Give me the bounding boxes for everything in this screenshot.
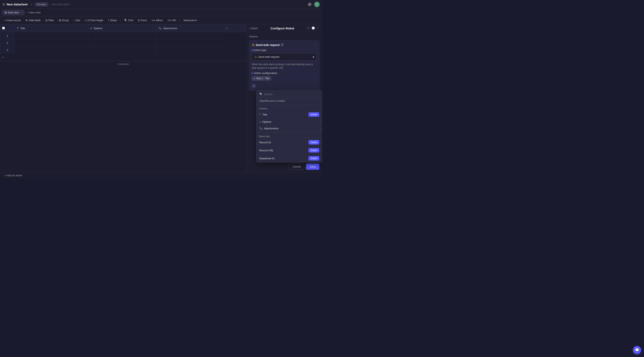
popup-separator-1 (256, 105, 322, 105)
grid-view-label: Grid view (8, 11, 18, 14)
checkbox-header[interactable] (0, 24, 15, 32)
action-card-header: ⚠ Send web request ⓘ ⋮ (252, 43, 317, 47)
record-url-insert-btn[interactable]: Insert (308, 148, 319, 152)
title-cell-2[interactable] (15, 39, 88, 46)
title-cell-3[interactable] (15, 46, 88, 54)
popup-options-label: Options (262, 120, 271, 123)
mirror-btn[interactable]: ⟺ Mirror (150, 18, 165, 22)
add-action-btn[interactable]: + Add an action (2, 173, 24, 178)
add-row-btn[interactable]: + (0, 54, 246, 61)
popup-item-title-right: Insert › (308, 112, 321, 117)
row-num-1: 1 (0, 32, 15, 39)
record-created-text: Step/Record is created (259, 99, 285, 102)
panel-title: Configure Robot (259, 26, 306, 30)
popup-item-record-url[interactable]: Record URL Insert › (256, 146, 322, 154)
manager-badge: Manager (35, 2, 48, 6)
options-column-header: ≡ Options (88, 24, 156, 32)
back-chevron-icon: ◁ (249, 27, 251, 30)
popup-item-options[interactable]: ≡ Options › (256, 118, 322, 125)
action-type-dropdown[interactable]: ⚠ Send web request ▾ (252, 53, 317, 60)
panel-header: ◁ Back Configure Robot ⓘ 🕐 ⋮ (246, 24, 322, 32)
api-btn[interactable]: </> API (166, 18, 178, 22)
popup-item-title[interactable]: T Title Insert › (256, 110, 322, 118)
popup-item-options-right: › (320, 120, 321, 123)
popup-attachments-label: Attachments (264, 127, 278, 130)
hide-fields-btn[interactable]: 👁 Hide fields (24, 18, 42, 22)
options-col-icon: ≡ (90, 27, 92, 30)
record-count[interactable]: 3 records▾ (118, 63, 129, 65)
find-btn[interactable]: 🔍 Find (122, 18, 135, 22)
star-icon[interactable]: ☆ (30, 3, 32, 6)
mirror-icon: ⟺ (152, 19, 156, 22)
action-type-value: Send web request (258, 55, 279, 58)
add-description-link[interactable]: Add a description (51, 3, 70, 6)
advanced-label: Advanced (184, 19, 195, 22)
sort-label: Sort (76, 19, 80, 22)
share-btn[interactable]: ⤴ Share (106, 18, 119, 22)
insert-icon: + (4, 19, 6, 22)
attachments-col-icon: 📎 (158, 27, 162, 30)
filter-btn[interactable]: ⊟ Filter (44, 18, 56, 22)
add-column-header[interactable]: + (224, 24, 246, 32)
globe-icon-btn[interactable] (307, 1, 312, 7)
popup-item-title-left: T Title (259, 113, 267, 116)
config-section: Action configuration (252, 72, 317, 74)
attachments-column-header: 📎 Attachments (156, 24, 224, 32)
options-cell-3[interactable] (88, 46, 156, 54)
options-col-label: Options (94, 27, 102, 30)
insert-record-btn[interactable]: + Insert record (2, 18, 22, 22)
card-more-icon[interactable]: ⋮ (314, 43, 317, 46)
insert-record-label: Insert record (6, 19, 20, 22)
datasheet-id-insert-btn[interactable]: Insert (308, 156, 319, 160)
form-btn[interactable]: ⊡ Form (136, 18, 149, 22)
find-icon: 🔍 (124, 19, 128, 22)
action-type-left: ⚠ Send web request (254, 55, 279, 59)
record-url-chevron-icon: › (320, 149, 321, 152)
attachments-cell-2[interactable] (156, 39, 224, 46)
grid-view-btn[interactable]: ⊞ Grid view ⋯ (2, 10, 24, 15)
datasheet-id-chevron-icon: › (320, 157, 321, 160)
cancel-btn[interactable]: Cancel (289, 163, 304, 170)
options-cell-2[interactable] (88, 39, 156, 46)
popup-item-datasheet-id[interactable]: Datasheet ID Insert › (256, 154, 322, 161)
popup-item-record-id[interactable]: Record ID Insert › (256, 138, 322, 146)
dropdown-chevron-icon: ▾ (313, 55, 314, 58)
add-action-label: + Add an action (4, 174, 22, 177)
popup-search-input[interactable] (264, 93, 321, 96)
popup-item-record-id-right: Insert › (308, 140, 321, 144)
more-options-icon[interactable]: ⋮ (316, 26, 319, 30)
advanced-btn[interactable]: Advanced ▾ (182, 18, 199, 22)
save-btn[interactable]: Save (306, 163, 319, 170)
title-insert-btn[interactable]: Insert (308, 112, 319, 117)
select-all-checkbox[interactable] (2, 27, 5, 29)
popup-item-attachments[interactable]: 📎 Attachments › (256, 125, 322, 132)
view-more-icon: ⋯ (20, 11, 22, 14)
history-icon[interactable]: 🕐 (312, 26, 315, 30)
warning-icon: ⚠ (252, 43, 254, 47)
attachments-cell-1[interactable] (156, 32, 224, 39)
step-record-created-item[interactable]: Step/Record is created (256, 98, 322, 104)
back-btn[interactable]: ◁ Back (249, 27, 258, 30)
user-icon-btn[interactable]: U (314, 1, 320, 7)
info-icon[interactable]: ⓘ (307, 26, 310, 30)
row-height-btn[interactable]: ≡ 12 Row height (83, 18, 105, 22)
group-btn[interactable]: ⊞ Group (57, 18, 71, 22)
new-view-btn[interactable]: + New view (26, 10, 42, 15)
row-height-label: 12 Row height (87, 19, 103, 22)
main-area: T Title ≡ Options 📎 Attachments + (0, 24, 322, 172)
title-field-icon: T (259, 113, 261, 116)
panel-header-icons: ⓘ 🕐 ⋮ (307, 26, 319, 30)
options-field-icon: ≡ (259, 120, 261, 123)
record-id-insert-btn[interactable]: Insert (308, 140, 319, 144)
options-cell-1[interactable] (88, 32, 156, 39)
action-card-title-text: Send web request (256, 43, 280, 46)
sort-btn[interactable]: ↕ Sort (72, 18, 82, 22)
title-cell-1[interactable] (15, 32, 88, 39)
attachments-cell-3[interactable] (156, 46, 224, 54)
sort-icon: ↕ (74, 19, 74, 22)
grid-icon: ⊞ (4, 11, 7, 14)
table-row: 2 (0, 39, 246, 46)
table-row: 1 (0, 32, 246, 39)
popup-item-datasheet-id-right: Insert › (308, 156, 321, 160)
grid-footer: 3 records▾ (0, 61, 246, 67)
